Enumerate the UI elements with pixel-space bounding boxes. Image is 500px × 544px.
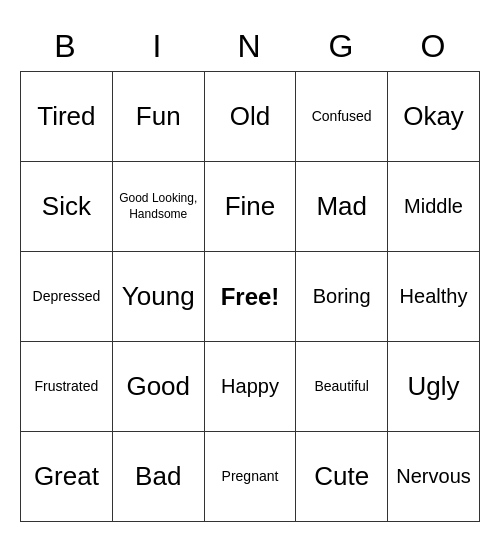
grid-row-1: SickGood Looking,HandsomeFineMadMiddle — [21, 162, 480, 252]
cell-1-1: Good Looking,Handsome — [112, 162, 204, 252]
cell-text-3-2: Happy — [221, 375, 279, 397]
cell-text-0-3: Confused — [312, 108, 372, 124]
cell-4-4: Nervous — [388, 432, 480, 522]
cell-text-3-3: Beautiful — [314, 378, 368, 394]
cell-1-2: Fine — [204, 162, 296, 252]
cell-text-2-3: Boring — [313, 285, 371, 307]
grid-row-0: TiredFunOldConfusedOkay — [21, 72, 480, 162]
cell-text-4-3: Cute — [314, 461, 369, 491]
cell-text-0-0: Tired — [37, 101, 95, 131]
cell-text-4-0: Great — [34, 461, 99, 491]
cell-3-0: Frustrated — [21, 342, 113, 432]
cell-3-2: Happy — [204, 342, 296, 432]
cell-4-3: Cute — [296, 432, 388, 522]
cell-0-0: Tired — [21, 72, 113, 162]
cell-text-2-1: Young — [122, 281, 195, 311]
cell-text-1-0: Sick — [42, 191, 91, 221]
bingo-grid: TiredFunOldConfusedOkaySickGood Looking,… — [20, 71, 480, 522]
cell-3-1: Good — [112, 342, 204, 432]
cell-text-2-0: Depressed — [33, 288, 101, 304]
cell-text-4-1: Bad — [135, 461, 181, 491]
cell-text-2-4: Healthy — [400, 285, 468, 307]
cell-4-0: Great — [21, 432, 113, 522]
cell-text-0-1: Fun — [136, 101, 181, 131]
cell-4-1: Bad — [112, 432, 204, 522]
cell-text-3-1: Good — [126, 371, 190, 401]
cell-2-2: Free! — [204, 252, 296, 342]
cell-2-3: Boring — [296, 252, 388, 342]
bingo-card-container: BINGO TiredFunOldConfusedOkaySickGood Lo… — [20, 22, 480, 522]
cell-4-2: Pregnant — [204, 432, 296, 522]
cell-2-0: Depressed — [21, 252, 113, 342]
cell-text-4-2: Pregnant — [222, 468, 279, 484]
cell-3-4: Ugly — [388, 342, 480, 432]
cell-0-1: Fun — [112, 72, 204, 162]
cell-1-3: Mad — [296, 162, 388, 252]
header-letter-G: G — [296, 22, 388, 71]
cell-2-1: Young — [112, 252, 204, 342]
header-letter-O: O — [388, 22, 480, 71]
cell-1-4: Middle — [388, 162, 480, 252]
cell-text-2-2: Free! — [221, 283, 280, 310]
cell-1-0: Sick — [21, 162, 113, 252]
grid-row-3: FrustratedGoodHappyBeautifulUgly — [21, 342, 480, 432]
header-letter-N: N — [204, 22, 296, 71]
cell-text-1-2: Fine — [225, 191, 276, 221]
header-letter-I: I — [112, 22, 204, 71]
cell-2-4: Healthy — [388, 252, 480, 342]
cell-3-3: Beautiful — [296, 342, 388, 432]
cell-text-4-4: Nervous — [396, 465, 470, 487]
cell-text-0-2: Old — [230, 101, 270, 131]
grid-row-4: GreatBadPregnantCuteNervous — [21, 432, 480, 522]
cell-0-2: Old — [204, 72, 296, 162]
cell-0-4: Okay — [388, 72, 480, 162]
grid-row-2: DepressedYoungFree!BoringHealthy — [21, 252, 480, 342]
cell-text-1-3: Mad — [316, 191, 367, 221]
cell-text-3-4: Ugly — [408, 371, 460, 401]
cell-text-1-4: Middle — [404, 195, 463, 217]
header-letter-B: B — [20, 22, 112, 71]
cell-text-1-1: Good Looking,Handsome — [119, 191, 197, 221]
cell-text-0-4: Okay — [403, 101, 464, 131]
cell-0-3: Confused — [296, 72, 388, 162]
cell-text-3-0: Frustrated — [34, 378, 98, 394]
bingo-header: BINGO — [20, 22, 480, 71]
